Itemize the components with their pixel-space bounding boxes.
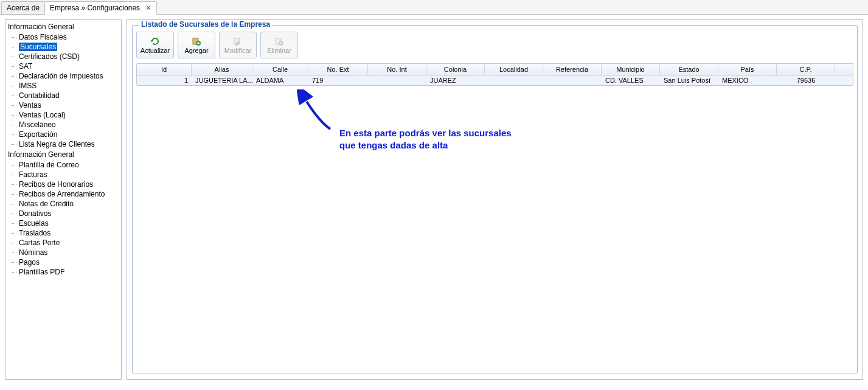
refresh-icon	[150, 37, 160, 46]
tab-empresa-configuraciones[interactable]: Empresa » Configuraciones ✕	[44, 1, 157, 15]
tree-item-sucursales[interactable]: Sucursales	[5, 42, 121, 52]
sucursales-grid[interactable]: Id Alias Calle No. Ext No. Int Colonia L…	[136, 63, 853, 86]
tree-item-sat[interactable]: SAT	[5, 61, 121, 71]
table-row[interactable]: 1 JUGUETERIA LA... ALDAMA 719 JUAREZ CD.…	[137, 75, 853, 85]
tree-item-ventas-local[interactable]: Ventas (Local)	[5, 110, 121, 120]
tree-item-nominas[interactable]: Nóminas	[5, 248, 121, 257]
eliminar-button: Eliminar	[260, 32, 298, 58]
tab-bar: Acerca de Empresa » Configuraciones ✕	[0, 0, 868, 15]
groupbox-title: Listado de Sucursales de la Empresa	[139, 20, 273, 29]
col-municipio[interactable]: Municipio	[602, 64, 660, 75]
cell-estado: San Luis Potosí	[660, 75, 718, 85]
col-localidad[interactable]: Localidad	[485, 64, 543, 75]
content-area: Información General Datos Fiscales Sucur…	[0, 15, 868, 385]
tree-item-traslados[interactable]: Traslados	[5, 228, 121, 238]
modificar-button: Modificar	[219, 32, 257, 58]
cell-no-ext: 719	[308, 75, 368, 85]
cell-referencia	[543, 75, 602, 85]
tree-item-certificados[interactable]: Certificados (CSD)	[5, 52, 121, 61]
annotation-arrow-icon	[297, 89, 345, 138]
col-pais[interactable]: País	[718, 64, 777, 75]
col-cp[interactable]: C.P.	[777, 64, 835, 75]
tree-item-plantillas-pdf[interactable]: Plantillas PDF	[5, 267, 121, 277]
tree-item-escuelas[interactable]: Escuelas	[5, 218, 121, 228]
cell-id: 1	[137, 75, 192, 85]
col-colonia[interactable]: Colonia	[426, 64, 485, 75]
tree-item-datos-fiscales[interactable]: Datos Fiscales	[5, 32, 121, 42]
tree-item-declaracion-impuestos[interactable]: Declaración de Impuestos	[5, 71, 121, 81]
tree-item-exportacion[interactable]: Exportación	[5, 130, 121, 139]
groupbox-sucursales: Listado de Sucursales de la Empresa Actu…	[132, 25, 858, 374]
tab-label: Acerca de	[7, 4, 40, 12]
grid-header[interactable]: Id Alias Calle No. Ext No. Int Colonia L…	[137, 64, 853, 75]
tree-item-recibos-arrendamiento[interactable]: Recibos de Arrendamiento	[5, 189, 121, 199]
close-icon[interactable]: ✕	[145, 4, 151, 12]
tree-item-cartas-porte[interactable]: Cartas Porte	[5, 238, 121, 248]
tree-item-imss[interactable]: IMSS	[5, 81, 121, 91]
tree-item-notas-credito[interactable]: Notas de Crédito	[5, 199, 121, 209]
tree-item-ventas[interactable]: Ventas	[5, 100, 121, 110]
col-no-ext[interactable]: No. Ext	[308, 64, 368, 75]
tree-item-contabilidad[interactable]: Contabilidad	[5, 91, 121, 100]
edit-icon	[233, 37, 243, 46]
tree-item-miscelaneo[interactable]: Misceláneo	[5, 120, 121, 130]
cell-calle: ALDAMA	[252, 75, 308, 85]
col-calle[interactable]: Calle	[252, 64, 308, 75]
tree-item-lista-negra[interactable]: Lista Negra de Clientes	[5, 139, 121, 149]
col-no-int[interactable]: No. Int	[368, 64, 426, 75]
navigation-tree[interactable]: Información General Datos Fiscales Sucur…	[5, 19, 122, 380]
main-panel: Listado de Sucursales de la Empresa Actu…	[127, 19, 863, 380]
cell-municipio: CD. VALLES	[602, 75, 660, 85]
cell-alias: JUGUETERIA LA...	[192, 75, 252, 85]
col-referencia[interactable]: Referencia	[543, 64, 602, 75]
col-estado[interactable]: Estado	[660, 64, 718, 75]
toolbar: Actualizar Agregar Modificar Eliminar	[136, 32, 853, 58]
actualizar-button[interactable]: Actualizar	[136, 32, 174, 58]
cell-cp: 79636	[777, 75, 835, 85]
tree-item-donativos[interactable]: Donativos	[5, 209, 121, 218]
cell-pais: MEXICO	[718, 75, 777, 85]
tree-item-recibos-honorarios[interactable]: Recibos de Honorarios	[5, 179, 121, 189]
cell-localidad	[485, 75, 543, 85]
tab-label: Empresa » Configuraciones	[50, 4, 140, 12]
tree-item-plantilla-correo[interactable]: Plantilla de Correo	[5, 160, 121, 170]
add-icon	[192, 37, 201, 46]
delete-icon	[274, 37, 284, 46]
tab-acerca-de[interactable]: Acerca de	[1, 1, 45, 14]
col-alias[interactable]: Alias	[192, 64, 252, 75]
cell-no-int	[368, 75, 426, 85]
tree-group-label: Información General	[5, 149, 121, 160]
col-id[interactable]: Id	[137, 64, 192, 75]
agregar-button[interactable]: Agregar	[178, 32, 215, 58]
tree-item-facturas[interactable]: Facturas	[5, 170, 121, 179]
tree-group-label: Información General	[5, 21, 121, 32]
annotation-text: En esta parte podrás ver las sucursales …	[339, 127, 512, 152]
tree-item-pagos[interactable]: Pagos	[5, 257, 121, 267]
cell-colonia: JUAREZ	[426, 75, 485, 85]
